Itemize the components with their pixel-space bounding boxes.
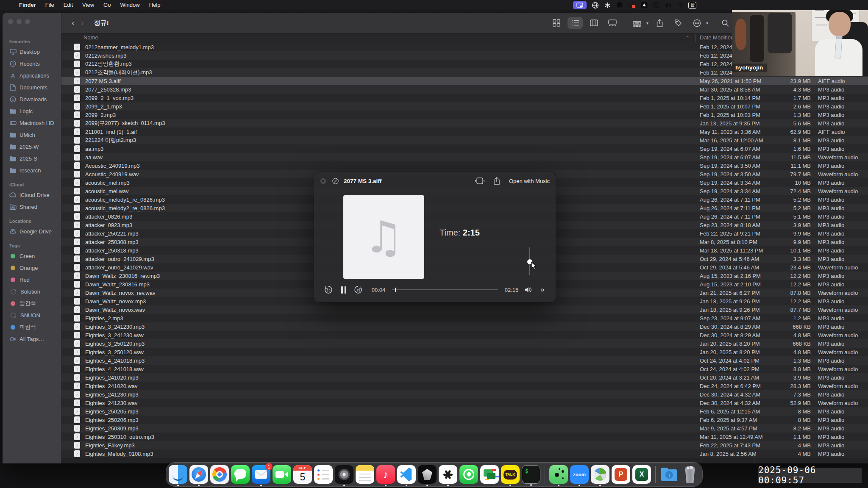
- sidebar-item-2025-w[interactable]: 2025-W: [3, 141, 61, 152]
- icon-view-button[interactable]: [549, 17, 564, 29]
- file-row[interactable]: ♪Dawn_Waltz_novox.wavJan 18, 2025 at 9:2…: [61, 305, 868, 314]
- file-row[interactable]: ♪Eighties_241020.wavDec 24, 2024 at 6:42…: [61, 382, 868, 390]
- sidebar-item-umich[interactable]: UMich: [3, 129, 61, 141]
- more-actions-button[interactable]: [689, 17, 704, 29]
- close-window-button[interactable]: [8, 19, 13, 24]
- quicklook-markup-icon[interactable]: [332, 178, 339, 184]
- file-row[interactable]: ♪aa.wavSep 19, 2024 at 6:07 AM11.5 MBWav…: [61, 153, 868, 161]
- play-circle-icon[interactable]: [653, 2, 659, 8]
- column-view-button[interactable]: [586, 17, 601, 29]
- sidebar-item-snuon[interactable]: SNUON: [3, 309, 61, 321]
- file-row[interactable]: ♪Eighties_3_250120.mp3Jan 20, 2025 at 8:…: [61, 339, 868, 348]
- sidebar-item-all-tags-[interactable]: All Tags…: [3, 333, 61, 345]
- progress-bar[interactable]: [392, 289, 498, 290]
- back-button[interactable]: ‹: [72, 18, 74, 28]
- globe-vpn-icon[interactable]: [592, 2, 599, 9]
- openai-icon[interactable]: [604, 2, 611, 9]
- forward-button[interactable]: ›: [81, 18, 83, 28]
- delta-app-icon[interactable]: [641, 2, 648, 8]
- dock-icon-messages[interactable]: [231, 465, 250, 484]
- dock-icon-terminal[interactable]: $: [522, 465, 540, 484]
- dock-icon-excel[interactable]: X: [632, 465, 651, 484]
- file-row[interactable]: ♪Eighties_3_241230.mp3Dec 30, 2024 at 8:…: [61, 322, 868, 331]
- file-row[interactable]: ♪2099_2.mp3Feb 1, 2025 at 10:03 PM1.3 MB…: [61, 111, 868, 119]
- file-row[interactable]: ♪Eighties_241230.mp3Dec 30, 2024 at 4:32…: [61, 390, 868, 399]
- menu-file[interactable]: File: [41, 0, 59, 10]
- open-with-music-button[interactable]: Open with Music: [509, 178, 550, 184]
- file-row[interactable]: ♪Eighties_2.mp3Sep 23, 2024 at 9:07 AM1.…: [61, 314, 868, 322]
- file-row[interactable]: ♪2077 MS 3.aiffMay 26, 2021 at 1:50 PM23…: [61, 77, 868, 85]
- fast-forward-button[interactable]: »: [536, 283, 548, 296]
- file-row[interactable]: ♪Eighties_241230.wavDec 30, 2024 at 4:32…: [61, 399, 868, 407]
- sidebar-item-macintosh-hd[interactable]: Macintosh HD: [3, 117, 61, 129]
- file-row[interactable]: ♪2077_250328.mp3Mar 30, 2025 at 8:58 AM4…: [61, 85, 868, 94]
- dock-icon-downloads[interactable]: ↓: [660, 465, 679, 484]
- dock-icon-calendar[interactable]: SEP5: [293, 465, 312, 484]
- quicklook-share-icon[interactable]: [494, 177, 500, 185]
- dock-icon-finder[interactable]: [169, 465, 187, 484]
- quicklook-close-icon[interactable]: [320, 178, 326, 184]
- sidebar-item-research[interactable]: research: [3, 164, 61, 176]
- file-row[interactable]: ♪Eighties_250309.mp3Mar 9, 2025 at 4:57 …: [61, 424, 868, 433]
- dock-icon-kakao[interactable]: TALK: [501, 465, 520, 484]
- dock-icon-notes[interactable]: [356, 465, 374, 484]
- zoom-window-button[interactable]: [25, 19, 30, 24]
- skip-back-15-button[interactable]: 15: [323, 283, 334, 296]
- menu-finder[interactable]: Finder: [14, 0, 41, 10]
- dock-icon-anyconnect[interactable]: [591, 465, 609, 484]
- dock-icon-mindnode[interactable]: [549, 465, 568, 484]
- progress-position[interactable]: [395, 288, 396, 292]
- dock-icon-safari[interactable]: [189, 465, 208, 484]
- file-row[interactable]: ♪Eighties_3_250120.wavJan 20, 2025 at 8:…: [61, 348, 868, 356]
- dock-icon-facetime[interactable]: [273, 465, 291, 484]
- column-header-date[interactable]: Date Modified: [700, 34, 734, 41]
- file-row[interactable]: ♪Eighties_4_241018.wavOct 24, 2024 at 4:…: [61, 365, 868, 373]
- gallery-view-button[interactable]: [605, 17, 620, 29]
- file-row[interactable]: ♪2099(구2077)_sketch_0114.mp3Jan 13, 2025…: [61, 119, 868, 128]
- sidebar-item-red[interactable]: Red: [3, 274, 61, 286]
- sidebar-item-google-drive[interactable]: Google Drive: [3, 225, 61, 237]
- sidebar-item-desktop[interactable]: Desktop: [3, 46, 61, 58]
- menu-edit[interactable]: Edit: [59, 0, 78, 10]
- sidebar-item-applications[interactable]: Applications: [3, 69, 61, 81]
- screen-record-icon[interactable]: [628, 1, 636, 9]
- file-row[interactable]: ♪221224 미랭pt2.mp3Mar 16, 2025 at 12:00 A…: [61, 136, 868, 144]
- file-row[interactable]: ♪Eighties_250205.mp3Feb 6, 2025 at 12:15…: [61, 407, 868, 416]
- sidebar-item-icloud-drive[interactable]: iCloud Drive: [3, 189, 61, 201]
- volume-icon[interactable]: [665, 2, 672, 8]
- dock-icon-gchat[interactable]: [480, 465, 499, 484]
- sidebar-item-downloads[interactable]: Downloads: [3, 93, 61, 105]
- sidebar-item-logic[interactable]: Logic: [3, 105, 61, 117]
- tags-button[interactable]: [670, 17, 686, 29]
- dock-icon-logic[interactable]: [335, 465, 353, 484]
- file-row[interactable]: ♪aa.mp3Sep 19, 2024 at 6:07 AM1.6 MBMP3 …: [61, 144, 868, 153]
- column-divider[interactable]: [696, 34, 696, 42]
- dock-icon-zoom[interactable]: zoom: [570, 465, 589, 484]
- pause-button[interactable]: [339, 283, 349, 296]
- file-row[interactable]: ♪Eighties_250310_outro.mp3Mar 11, 2025 a…: [61, 433, 868, 441]
- mute-button[interactable]: [523, 283, 534, 296]
- menu-help[interactable]: Help: [145, 0, 165, 10]
- dock-icon-trash[interactable]: [681, 465, 699, 484]
- search-icon[interactable]: [718, 17, 733, 29]
- dock-icon-chrome[interactable]: [210, 465, 229, 484]
- sidebar-item-파란색[interactable]: 파란색: [3, 321, 61, 333]
- dock-icon-whatsapp[interactable]: [459, 465, 478, 484]
- minimize-window-button[interactable]: [17, 19, 22, 24]
- sidebar-item-solution[interactable]: Solution: [3, 286, 61, 297]
- column-header-name[interactable]: Name: [83, 34, 98, 41]
- share-button[interactable]: [652, 17, 667, 29]
- menu-window[interactable]: Window: [115, 0, 144, 10]
- sidebar-item-documents[interactable]: Documents: [3, 81, 61, 93]
- sidebar-item-빨간색[interactable]: 빨간색: [3, 297, 61, 309]
- dock-icon-reminders[interactable]: [314, 465, 333, 484]
- file-row[interactable]: ♪Eighties_F#key.mp3Feb 22, 2025 at 7:43 …: [61, 441, 868, 449]
- file-row[interactable]: ♪2099_2_1_vox.mp3Feb 1, 2025 at 10:14 PM…: [61, 94, 868, 102]
- dock-icon-app3d[interactable]: [418, 465, 437, 484]
- file-row[interactable]: ♪Eighties_4_241018.mp3Oct 24, 2024 at 4:…: [61, 356, 868, 365]
- file-row[interactable]: ♪211001_imd (1)_1.aifMay 11, 2023 at 3:3…: [61, 128, 868, 136]
- dock-icon-vscode[interactable]: [397, 465, 416, 484]
- file-row[interactable]: ♪Eighties_241020.mp3Oct 20, 2024 at 3:21…: [61, 373, 868, 382]
- volume-slider[interactable]: [529, 247, 530, 275]
- quicklook-fullscreen-icon[interactable]: [475, 177, 484, 184]
